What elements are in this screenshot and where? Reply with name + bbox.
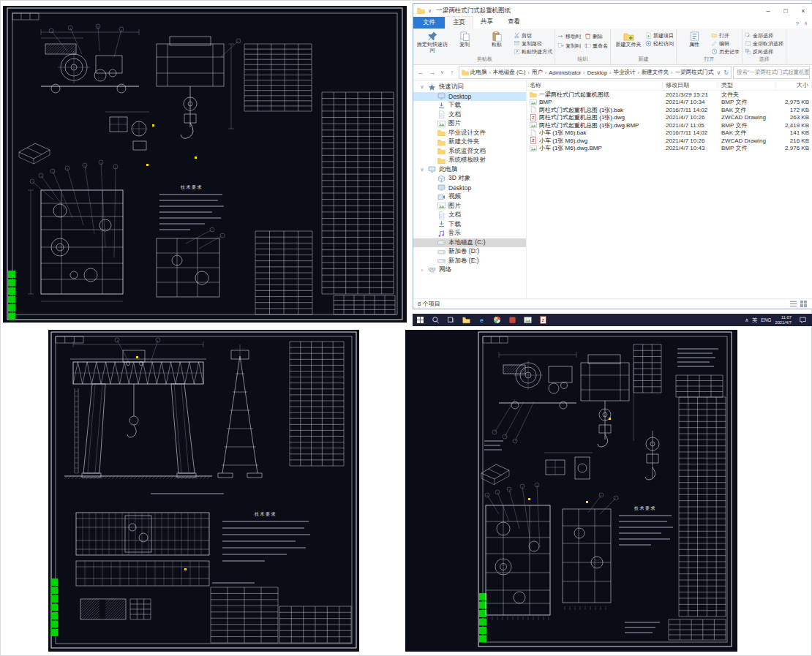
forward-icon[interactable]: →	[427, 67, 437, 78]
sidebar-item[interactable]: 3D 对象	[413, 174, 526, 184]
sidebar-item[interactable]: Desktop	[413, 92, 526, 102]
minimize-button[interactable]: –	[759, 4, 777, 18]
taskbar-app-image-viewer[interactable]	[520, 314, 535, 326]
search-input[interactable]: 搜索“一梁两柱式门式起重机图纸”	[733, 66, 810, 79]
ribbon-button-copyto[interactable]: 复制到	[557, 42, 581, 50]
sidebar-item[interactable]: 下载	[413, 220, 526, 230]
column-header-name[interactable]: 名称	[527, 82, 663, 88]
ribbon-button-history[interactable]: 历史记录	[711, 48, 740, 56]
sidebar-item[interactable]: 图片	[413, 119, 526, 129]
sidebar-item[interactable]: Desktop	[413, 184, 526, 193]
ribbon-tab[interactable]: 共享	[473, 16, 500, 29]
recent-locations-icon[interactable]: ∨	[439, 67, 446, 78]
sidebar-item[interactable]: 新加卷 (D:)	[413, 247, 526, 257]
breadcrumb-segment[interactable]: 用户	[532, 69, 543, 76]
sidebar-item[interactable]: 系统监督文档	[413, 147, 526, 157]
close-button[interactable]: ×	[794, 4, 812, 18]
ribbon-button-shortcut[interactable]: 粘贴快捷方式	[514, 48, 552, 56]
sidebar-item[interactable]: 文档	[413, 211, 526, 220]
ribbon-button-cut[interactable]: 剪切	[514, 31, 552, 39]
ribbon-button-paste[interactable]: 粘贴	[481, 29, 512, 48]
sidebar-item[interactable]: 音乐	[413, 229, 526, 238]
file-row[interactable]: 两柱式门式起重机总图 (1张).bak2016/7/11 14:02BAK 文件…	[527, 106, 812, 114]
ribbon-tab[interactable]: 查看	[500, 16, 527, 29]
file-row[interactable]: Z两柱式门式起重机总图 (1张).dwg2021/4/7 10:26ZWCAD …	[527, 114, 812, 122]
details-view-icon[interactable]	[789, 300, 797, 308]
sidebar-item[interactable]: 毕业设计文件	[413, 129, 526, 138]
ribbon-button-copy[interactable]: 复制	[449, 29, 480, 48]
ime-indicator[interactable]: 英	[752, 317, 757, 324]
taskbar-search-icon[interactable]	[428, 314, 443, 326]
chevron-icon[interactable]: ∨	[419, 84, 425, 90]
file-row[interactable]: 小车 (1张 M6).dwg.BMP2021/4/7 10:43BMP 文件2,…	[527, 145, 812, 153]
up-icon[interactable]: ↑	[447, 67, 457, 78]
task-view-icon[interactable]	[443, 314, 459, 326]
sidebar-section-net[interactable]: ›网络	[413, 265, 526, 275]
ribbon-button-path[interactable]: 复制路径	[514, 39, 552, 48]
quick-access-toolbar-chevron-icon[interactable]: ∨	[428, 8, 432, 14]
sidebar-item[interactable]: 文档	[413, 110, 526, 120]
sidebar-section-star[interactable]: ∨快速访问	[413, 83, 526, 92]
chevron-icon[interactable]: ›	[419, 268, 425, 273]
taskbar-app-chrome-browser[interactable]	[489, 314, 505, 326]
svg-text:Z: Z	[532, 116, 535, 120]
ribbon-button-selinv[interactable]: 反向选择	[745, 48, 783, 56]
breadcrumb-segment[interactable]: 新建文件夹	[642, 69, 669, 76]
breadcrumb-segment[interactable]: 一梁两柱式门式起重机图纸	[675, 69, 715, 76]
breadcrumb-segment[interactable]: 毕业设计	[614, 69, 636, 76]
action-center-icon[interactable]	[795, 314, 811, 326]
sidebar-section-pc[interactable]: ∨此电脑	[413, 165, 526, 175]
sidebar-item[interactable]: 图片	[413, 202, 526, 211]
column-header-type[interactable]: 类型	[718, 82, 775, 88]
file-row[interactable]: 一梁两柱式门式起重机图纸2021/3/29 15:21文件夹	[527, 91, 812, 99]
ribbon-button-easy[interactable]: 轻松访问	[645, 39, 674, 48]
sidebar-item[interactable]: 本地磁盘 (C:)	[413, 238, 526, 248]
address-box[interactable]: 此电脑›本地磁盘 (C:)›用户›Administrator›Desktop›毕…	[459, 66, 732, 79]
file-row[interactable]: Z小车 (1张 M6).dwg2021/4/7 10:26ZWCAD Drawi…	[527, 137, 812, 145]
file-row[interactable]: 小车 (1张 M6).bak2016/7/11 14:02BAK 文件141 K…	[527, 129, 812, 137]
back-icon[interactable]: ←	[416, 67, 426, 78]
taskbar-app-edge-browser[interactable]: e	[474, 314, 489, 326]
column-header-date[interactable]: 修改日期	[663, 82, 718, 88]
ribbon-button-newfolder[interactable]: 新建文件夹	[613, 29, 644, 48]
ribbon-collapse-icon[interactable]: ∧	[804, 20, 808, 27]
file-row[interactable]: 两柱式门式起重机总图 (1张).dwg.BMP2021/4/7 11:05BMP…	[527, 121, 812, 129]
sidebar-item[interactable]: 新建文件夹	[413, 137, 526, 147]
taskbar-app-app-red[interactable]	[505, 314, 520, 326]
breadcrumb-segment[interactable]: Desktop	[587, 69, 608, 76]
chevron-icon[interactable]: ∨	[419, 167, 425, 173]
ribbon-button-props[interactable]: 属性	[679, 29, 710, 48]
sidebar-item[interactable]: 系统模板映射	[413, 156, 526, 165]
sidebar-item[interactable]: 视频	[413, 192, 526, 202]
ribbon-button-move[interactable]: 移动到	[557, 32, 581, 40]
thumbnail-view-icon[interactable]	[800, 300, 808, 308]
ribbon-button-selall[interactable]: 全部选择	[745, 31, 783, 39]
ribbon-button-open[interactable]: 打开	[711, 31, 740, 39]
copy-icon	[459, 31, 470, 42]
taskbar-clock[interactable]: 11:07 2021/4/7	[775, 315, 792, 325]
column-header-size[interactable]: 大小	[775, 82, 812, 88]
breadcrumb-segment[interactable]: Administrator	[549, 69, 581, 76]
file-row[interactable]: BMP2021/4/7 10:34BMP 文件2,975 KB	[527, 99, 812, 107]
start-button[interactable]	[413, 314, 428, 326]
tray-chevron-icon[interactable]: ∧	[745, 317, 748, 323]
ribbon-button-selnone[interactable]: 全部取消选择	[745, 39, 783, 48]
sidebar-item[interactable]: 新加卷 (E:)	[413, 257, 526, 266]
breadcrumb-segment[interactable]: 本地磁盘 (C:)	[493, 69, 526, 76]
help-icon[interactable]: ?	[795, 20, 798, 27]
ribbon-button-rename[interactable]: 重命名	[584, 42, 608, 50]
tab-file[interactable]: 文件	[413, 17, 445, 29]
ribbon-button-del[interactable]: 删除	[584, 32, 608, 40]
taskbar-app-zwcad[interactable]: Z	[535, 314, 551, 326]
taskbar-app-file-explorer[interactable]	[459, 314, 474, 326]
breadcrumb-segment[interactable]: 此电脑	[470, 69, 487, 76]
ribbon-button-pin[interactable]: 固定到快速访问	[417, 29, 448, 53]
sidebar-item[interactable]: 下载	[413, 101, 526, 110]
ribbon-button-newitem[interactable]: 新建项目	[645, 31, 674, 39]
refresh-icon[interactable]: ↻	[723, 69, 729, 76]
language-indicator[interactable]: ENG	[761, 317, 771, 323]
maximize-button[interactable]: □	[777, 4, 794, 18]
ribbon-tab[interactable]: 主页	[445, 16, 473, 29]
ribbon-button-edit[interactable]: 编辑	[711, 39, 740, 48]
address-dropdown-icon[interactable]: ∨	[716, 69, 721, 76]
